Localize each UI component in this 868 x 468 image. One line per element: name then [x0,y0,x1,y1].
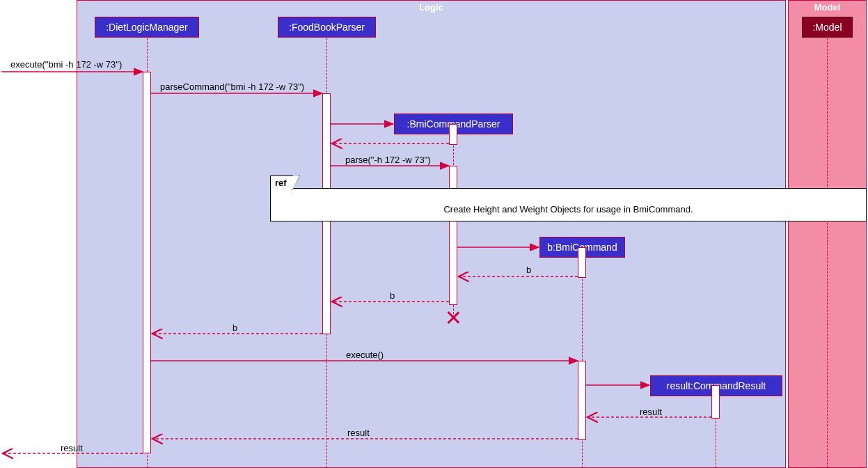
msg-return-result2: result [347,428,370,438]
msg-return-b2: b [390,290,395,301]
msg-parsecommand: parseCommand("bmi -h 172 -w 73") [160,81,304,92]
msg-return-result3: result [61,443,83,453]
participant-model: :Model [802,17,853,38]
activation-bmicommandparser-1 [449,124,457,145]
frame-model-title: Model [789,2,866,13]
msg-parse: parse("-h 172 -w 73") [345,155,431,165]
activation-bmicommand-1 [578,247,586,278]
participant-dietlogicmanager: :DietLogicManager [95,17,199,38]
msg-return-result1: result [640,407,662,417]
frame-logic: Logic [77,0,786,468]
msg-return-b1: b [526,265,531,275]
destroy-bmicommandparser [447,311,459,324]
activation-bmicommandparser-2 [449,166,457,305]
lifeline-model [827,38,828,468]
msg-execute: execute() [346,350,384,360]
activation-bmicommand-2 [578,361,586,440]
ref-text: Create Height and Weight Objects for usa… [271,204,866,214]
ref-fragment: Create Height and Weight Objects for usa… [270,188,867,221]
msg-execute-bmi: execute("bmi -h 172 -w 73") [10,59,122,70]
activation-commandresult [711,385,720,419]
participant-foodbookparser: :FoodBookParser [278,17,376,38]
frame-logic-title: Logic [77,2,785,13]
ref-label: ref [270,176,293,189]
msg-return-b3: b [232,322,237,333]
sequence-diagram: Logic Model :DietLogicManager :FoodBookP… [0,0,868,468]
activation-dietlogicmanager [143,72,151,453]
